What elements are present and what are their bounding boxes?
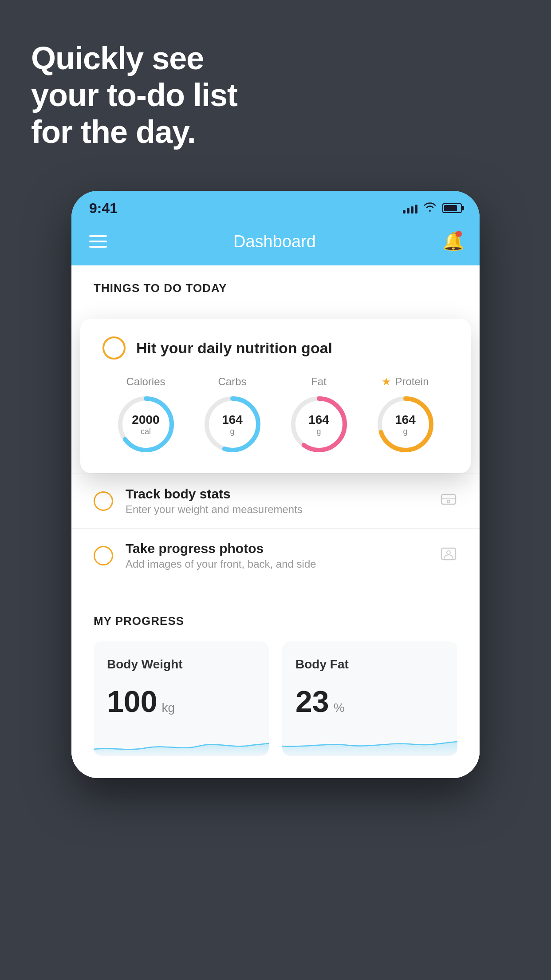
nutrition-grid: Calories 2000 cal Carbs [102,375,449,455]
carbs-ring: 164 g [201,393,264,455]
person-icon [440,546,457,565]
task-content-body-stats: Track body stats Enter your weight and m… [126,486,427,516]
status-icons [403,202,462,214]
notification-dot [456,231,462,237]
star-icon: ★ [382,375,391,388]
hero-line3: for the day. [31,114,196,150]
fat-label: Fat [311,375,327,388]
task-item-photos[interactable]: Take progress photos Add images of your … [71,529,480,583]
task-name-body-stats: Track body stats [126,486,427,502]
nutrition-carbs: Carbs 164 g [201,375,264,455]
status-bar: 9:41 [71,191,480,222]
things-section-header: THINGS TO DO TODAY [71,265,480,304]
nutrition-calories: Calories 2000 cal [115,375,177,455]
signal-icon [403,203,417,213]
task-content-photos: Take progress photos Add images of your … [126,541,427,570]
calories-label: Calories [126,375,165,388]
calories-value: 2000 [132,413,159,427]
task-desc-body-stats: Enter your weight and measurements [126,503,427,516]
nav-title: Dashboard [233,232,316,251]
protein-value: 164 [395,413,416,427]
protein-ring: 164 g [374,393,437,455]
body-fat-title: Body Fat [295,657,444,672]
scale-icon [440,492,457,511]
phone-body: THINGS TO DO TODAY Hit your daily nutrit… [71,265,480,778]
task-circle-body-stats [94,491,113,511]
progress-title: MY PROGRESS [94,614,457,628]
hero-line2: your to-do list [31,77,237,113]
wifi-icon [424,202,436,214]
progress-section: MY PROGRESS Body Weight 100 kg [71,597,480,778]
body-fat-card[interactable]: Body Fat 23 % [282,641,457,756]
task-item-body-stats[interactable]: Track body stats Enter your weight and m… [71,474,480,529]
things-section-title: THINGS TO DO TODAY [94,281,227,295]
nutrition-fat: Fat 164 g [288,375,350,455]
svg-point-11 [447,500,450,503]
hero-line1: Quickly see [31,40,204,76]
nutrition-card-title: Hit your daily nutrition goal [136,340,332,357]
protein-label-row: ★ Protein [382,375,429,388]
body-weight-unit: kg [161,701,175,715]
calories-ring: 2000 cal [115,393,177,455]
hero-text: Quickly see your to-do list for the day. [31,40,237,150]
body-fat-chart [282,729,457,756]
fat-value: 164 [308,413,329,427]
body-fat-value-row: 23 % [295,684,444,719]
phone-mockup: 9:41 Da [71,191,480,778]
body-fat-value: 23 [295,684,329,719]
body-fat-unit: % [334,701,345,715]
body-weight-chart [94,729,269,756]
body-weight-title: Body Weight [107,657,256,672]
task-circle-photos [94,546,113,565]
card-header: Hit your daily nutrition goal [102,336,449,360]
hamburger-menu[interactable] [89,235,107,248]
body-weight-value-row: 100 kg [107,684,256,719]
protein-label: Protein [395,375,429,388]
body-weight-card[interactable]: Body Weight 100 kg [94,641,269,756]
battery-icon [442,203,462,213]
fat-ring: 164 g [288,393,350,455]
notification-bell-icon[interactable]: 🔔 [442,231,462,252]
status-time: 9:41 [89,200,118,217]
nav-bar: Dashboard 🔔 [71,222,480,265]
body-weight-value: 100 [107,684,157,719]
svg-point-13 [447,551,450,554]
todo-circle-nutrition[interactable] [102,336,126,360]
nutrition-card: Hit your daily nutrition goal Calories 2… [80,319,471,473]
carbs-value: 164 [222,413,243,427]
nutrition-protein: ★ Protein 164 g [374,375,437,455]
task-desc-photos: Add images of your front, back, and side [126,558,427,570]
task-name-photos: Take progress photos [126,541,427,556]
carbs-label: Carbs [218,375,246,388]
progress-cards: Body Weight 100 kg [94,641,457,756]
